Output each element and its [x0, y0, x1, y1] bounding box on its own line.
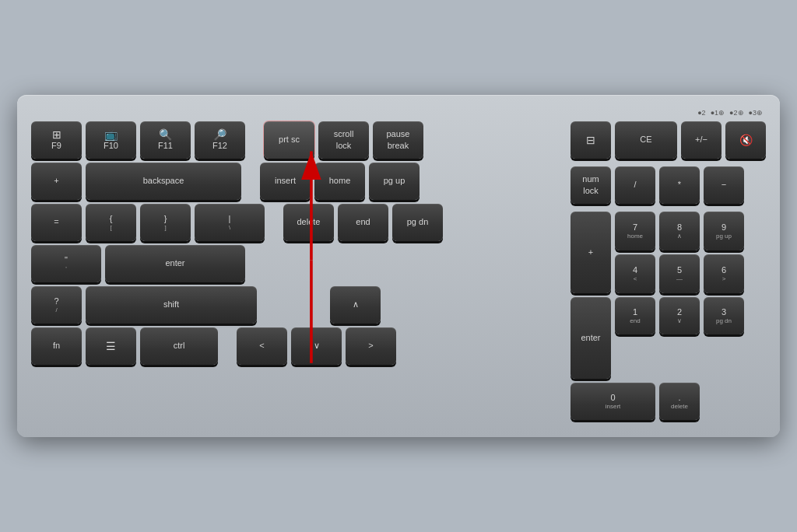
key-num-4[interactable]: 4 <	[615, 254, 655, 293]
row-2: + backspace insert home pg up	[31, 163, 549, 200]
key-arrow-down[interactable]: ∨	[291, 327, 342, 365]
key-num-0[interactable]: 0 insert	[571, 383, 655, 420]
main-section: ⊞ F9 📺 F10 🔍 F11 🔎 F12	[31, 121, 549, 420]
key-num-7[interactable]: 7 home	[615, 212, 655, 250]
row-6: fn ☰ ctrl < ∨ >	[31, 327, 549, 365]
key-quote[interactable]: " '	[31, 245, 101, 282]
fn-row: ⊞ F9 📺 F10 🔍 F11 🔎 F12	[31, 121, 549, 159]
row-4: " ' enter	[31, 245, 549, 282]
key-pausebreak[interactable]: pausebreak	[373, 121, 423, 159]
key-num-1[interactable]: 1 end	[615, 297, 655, 334]
key-open-brace[interactable]: { [	[86, 204, 136, 241]
key-arrow-left[interactable]: <	[237, 327, 287, 365]
key-f11[interactable]: 🔍 F11	[140, 121, 191, 159]
key-plus-minus[interactable]: +/−	[681, 121, 722, 159]
key-insert[interactable]: insert	[260, 163, 311, 200]
row-5: ? / shift ∧	[31, 286, 549, 324]
key-plus[interactable]: +	[31, 163, 82, 200]
key-prtsc[interactable]: prt sc	[264, 121, 314, 159]
key-num-8[interactable]: 8 ∧	[659, 212, 700, 250]
key-backspace[interactable]: backspace	[86, 163, 241, 200]
key-num-5[interactable]: 5 —	[659, 254, 700, 293]
key-num-3[interactable]: 3 pg dn	[704, 297, 744, 334]
key-scrolllock[interactable]: scrolllock	[318, 121, 369, 159]
numpad-top-row: ⊟ CE +/− 🔇	[571, 121, 766, 159]
key-num-9[interactable]: 9 pg up	[704, 212, 744, 250]
key-arrow-right[interactable]: >	[346, 327, 396, 365]
key-shift[interactable]: shift	[86, 286, 257, 324]
key-pgup[interactable]: pg up	[369, 163, 420, 200]
key-numlock[interactable]: numlock	[571, 166, 611, 204]
key-num-plus[interactable]: +	[571, 212, 611, 293]
key-num-enter[interactable]: enter	[571, 297, 611, 379]
key-end[interactable]: end	[338, 204, 388, 241]
key-menu[interactable]: ☰	[86, 327, 136, 365]
key-home[interactable]: home	[314, 163, 365, 200]
key-equals[interactable]: =	[31, 204, 82, 241]
key-mute[interactable]: 🔇	[725, 121, 766, 159]
key-question[interactable]: ? /	[31, 286, 82, 324]
key-num-dot[interactable]: . delete	[659, 383, 700, 420]
keyboard-body: ⊞ F9 📺 F10 🔍 F11 🔎 F12	[31, 121, 766, 420]
numpad-row-2: numlock / * −	[571, 166, 766, 204]
key-num-6[interactable]: 6 >	[704, 254, 744, 293]
numpad-section: ⊟ CE +/− 🔇 numlock /	[571, 121, 766, 420]
key-num-minus[interactable]: −	[704, 166, 744, 204]
key-num-2[interactable]: 2 ∨	[659, 297, 700, 334]
key-num-multiply[interactable]: *	[659, 166, 700, 204]
key-enter[interactable]: enter	[105, 245, 245, 282]
key-f12[interactable]: 🔎 F12	[195, 121, 245, 159]
key-calculator[interactable]: ⊟	[571, 121, 611, 159]
key-fn[interactable]: fn	[31, 327, 82, 365]
key-close-brace[interactable]: } ]	[140, 204, 191, 241]
key-pgdn[interactable]: pg dn	[392, 204, 443, 241]
keyboard: ●2 ●1⊕ ●2⊕ ●3⊕ ⊞ F9 📺 F10 🔍	[17, 95, 780, 437]
key-delete[interactable]: delete	[283, 204, 334, 241]
key-f10[interactable]: 📺 F10	[86, 121, 136, 159]
numpad-grid: 7 home 8 ∧ 9 pg up +	[571, 212, 766, 420]
key-f9[interactable]: ⊞ F9	[31, 121, 82, 159]
key-backslash[interactable]: | \	[195, 204, 265, 241]
key-num-divide[interactable]: /	[615, 166, 655, 204]
led-strip: ●2 ●1⊕ ●2⊕ ●3⊕	[31, 109, 766, 121]
key-ce[interactable]: CE	[615, 121, 677, 159]
key-ctrl[interactable]: ctrl	[140, 327, 218, 365]
key-arrow-up[interactable]: ∧	[330, 286, 381, 324]
row-3: = { [ } ] | \ delete	[31, 204, 549, 241]
